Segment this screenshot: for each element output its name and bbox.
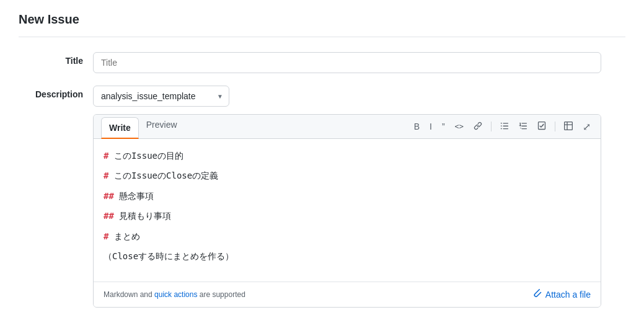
- fullscreen-icon[interactable]: ⤢: [580, 120, 593, 134]
- markdown-text: Markdown and: [104, 290, 154, 299]
- description-wrap: analysis_issue_template ▼ Write Preview …: [93, 86, 601, 308]
- hash-mark-2: #: [104, 171, 108, 180]
- title-input-wrap: [93, 52, 601, 73]
- hash-mark-3: ##: [104, 191, 114, 201]
- editor-line-text-6: （Closeする時にまとめを作る）: [104, 251, 234, 261]
- tab-preview[interactable]: Preview: [139, 115, 185, 139]
- table-icon[interactable]: [562, 120, 575, 133]
- divider: [19, 37, 625, 37]
- editor-line-4: ## 見積もり事項: [104, 209, 591, 223]
- description-form-group: Description analysis_issue_template ▼ Wr…: [19, 86, 625, 308]
- task-list-icon[interactable]: [535, 120, 549, 133]
- editor-body[interactable]: # このIssueの目的 # このIssueのCloseの定義 ## 懸念事項 …: [94, 139, 601, 282]
- editor-line-text-4: 見積もり事項: [119, 211, 171, 221]
- toolbar-divider-2: [555, 122, 555, 131]
- quick-actions-link[interactable]: quick actions: [154, 290, 197, 299]
- quote-icon[interactable]: ”: [439, 120, 448, 133]
- supported-text: are supported: [197, 290, 245, 299]
- editor-line-3: ## 懸念事項: [104, 189, 591, 203]
- toolbar-divider-1: [491, 122, 492, 131]
- attach-file-button[interactable]: Attach a file: [532, 288, 591, 301]
- tab-write[interactable]: Write: [101, 117, 139, 139]
- hash-mark-4: ##: [104, 211, 114, 221]
- attach-file-label: Attach a file: [545, 290, 591, 300]
- attach-file-icon: [532, 288, 542, 301]
- italic-icon[interactable]: I: [427, 120, 434, 133]
- editor-line-5: # まとめ: [104, 229, 591, 243]
- page-title: New Issue: [19, 12, 625, 27]
- tab-list: Write Preview: [101, 115, 185, 138]
- title-label: Title: [19, 52, 93, 66]
- editor-line-text-5: まとめ: [114, 231, 140, 241]
- editor-line-text-2: このIssueのCloseの定義: [114, 171, 218, 180]
- markdown-hint: Markdown and quick actions are supported: [104, 290, 245, 299]
- editor-line-text-1: このIssueの目的: [114, 151, 183, 161]
- hash-mark-1: #: [104, 151, 108, 161]
- template-select[interactable]: analysis_issue_template: [93, 86, 229, 107]
- link-icon[interactable]: [471, 120, 485, 133]
- toolbar-icons: B I ” <>: [412, 120, 593, 134]
- unordered-list-icon[interactable]: [498, 120, 511, 133]
- editor-footer: Markdown and quick actions are supported…: [94, 282, 601, 307]
- template-select-wrap: analysis_issue_template ▼: [93, 86, 229, 107]
- editor-line-2: # このIssueのCloseの定義: [104, 169, 591, 182]
- editor-container: Write Preview B I ” <>: [93, 114, 601, 308]
- bold-icon[interactable]: B: [412, 120, 422, 133]
- editor-line-6: （Closeする時にまとめを作る）: [104, 249, 591, 263]
- description-label: Description: [19, 86, 93, 99]
- title-input[interactable]: [93, 52, 601, 73]
- hash-mark-5: #: [104, 231, 108, 241]
- ordered-list-icon[interactable]: [516, 120, 530, 133]
- editor-line-1: # このIssueの目的: [104, 149, 591, 162]
- code-icon[interactable]: <>: [452, 121, 466, 132]
- title-form-group: Title: [19, 52, 625, 73]
- editor-tabs-bar: Write Preview B I ” <>: [94, 115, 601, 139]
- editor-line-text-3: 懸念事項: [119, 191, 154, 201]
